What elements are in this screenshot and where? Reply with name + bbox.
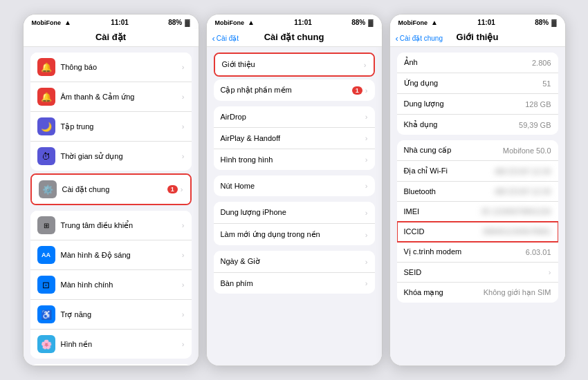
info-row-ungdung: Ứng dụng 51 (397, 73, 558, 94)
status-left-3: MobiFone ▲ (398, 19, 438, 26)
status-right-3: 88% ▓ (535, 19, 556, 26)
badge-caidatchung: 1 (167, 185, 178, 193)
label-khoamang: Khóa mạng (404, 288, 484, 297)
info-row-imei: IMEI 35 12345678901234 (397, 202, 558, 222)
label-thongbao: Thông báo (61, 63, 182, 71)
value-khadung: 59,39 GB (519, 121, 551, 129)
settings-item-amthanh[interactable]: 🔔 Âm thanh & Cảm ứng › (30, 82, 192, 112)
p2-group-capnhat: Cập nhật phần mềm 1 › (214, 79, 375, 101)
icon-caidatchung: ⚙️ (39, 180, 57, 198)
battery-3: 88% (535, 19, 549, 26)
label-dungluong: Dung lượng iPhone (221, 208, 365, 217)
highlighted-gioithieu-wrapper: Giới thiệu › (214, 53, 375, 77)
back-button-3[interactable]: ‹ Cài đặt chung (396, 32, 443, 43)
battery-icon-2: ▓ (368, 19, 373, 26)
settings-item-thongbao[interactable]: 🔔 Thông báo › (30, 53, 192, 82)
settings-item-hinhen[interactable]: 🌸 Hình nền › (30, 330, 192, 359)
icon-hinhen: 🌸 (37, 335, 55, 353)
settings-item-manhinh[interactable]: AA Màn hình & Độ sáng › (30, 240, 192, 270)
icon-tronang: ♿ (37, 305, 55, 323)
value-seid: › (549, 268, 551, 276)
nav-bar-2: ‹ Cài đặt Cài đặt chung (207, 29, 382, 47)
caidatchung-list: Giới thiệu › Cập nhật phần mềm 1 › AirDr… (207, 47, 382, 365)
gioithieu-list: Ảnh 2.806 Ứng dụng 51 Dung lượng 128 GB … (390, 47, 565, 365)
value-anh: 2.806 (532, 59, 551, 67)
p2-item-gioithieu[interactable]: Giới thiệu › (215, 54, 374, 75)
icon-thoigian: ⏱ (37, 147, 55, 165)
p2-group-nuthome: Nút Home › (214, 175, 375, 196)
panel-gioithieu: MobiFone ▲ 11:01 88% ▓ ‹ Cài đặt chung G… (389, 14, 566, 366)
settings-item-thoigian[interactable]: ⏱ Thời gian sử dụng › (30, 142, 192, 171)
label-anh: Ảnh (404, 58, 532, 67)
p2-group-dungluong: Dung lượng iPhone › Làm mới ứng dụng tro… (214, 202, 375, 245)
label-seid: SEID (404, 268, 549, 276)
info-row-anh: Ảnh 2.806 (397, 53, 558, 73)
label-capnhat: Cập nhật phần mềm (221, 86, 352, 95)
info-row-khadung: Khả dụng 59,39 GB (397, 115, 558, 135)
p2-item-airdrop[interactable]: AirDrop › (214, 106, 375, 128)
status-bar-3: MobiFone ▲ 11:01 88% ▓ (390, 15, 565, 29)
p2-item-lammoi[interactable]: Làm mới ứng dụng trong nền › (214, 224, 375, 245)
page-title-1: Cài đặt (29, 32, 193, 42)
status-right-2: 88% ▓ (351, 19, 373, 26)
settings-item-tronang[interactable]: ♿ Trợ năng › (30, 300, 192, 330)
value-bluetooth: AB:CD:EF:12:34 (495, 187, 551, 196)
icon-amthanh: 🔔 (37, 88, 55, 106)
value-diachiwifi: AB:CD:EF:12:34 (495, 167, 551, 175)
p2-item-capnhat[interactable]: Cập nhật phần mềm 1 › (214, 79, 375, 101)
settings-item-siri[interactable]: 🎙 Siri & Tìm kiếm › (30, 364, 192, 365)
label-gioithieu: Giới thiệu (222, 60, 364, 69)
battery-icon-1: ▓ (185, 19, 190, 26)
time-3: 11:01 (477, 19, 495, 26)
value-dungluong: 128 GB (525, 100, 551, 108)
label-banphim: Bàn phím (221, 279, 365, 287)
label-hinhen: Hình nền (61, 340, 182, 349)
label-nuthome: Nút Home (221, 182, 365, 190)
label-airdrop: AirDrop (221, 113, 365, 121)
p2-item-banphim[interactable]: Bàn phím › (214, 273, 375, 294)
carrier-2: MobiFone (215, 19, 245, 26)
info-row-dungluong: Dung lượng 128 GB (397, 94, 558, 115)
label-lammoi: Làm mới ứng dụng trong nền (221, 230, 365, 239)
back-chevron-3: ‹ (396, 32, 398, 43)
info-row-bluetooth: Bluetooth AB:CD:EF:12:34 (397, 182, 558, 202)
p2-item-dungluong[interactable]: Dung lượng iPhone › (214, 202, 375, 224)
p2-item-hinhtronhinh[interactable]: Hình trong hình › (214, 149, 375, 170)
label-trungtam: Trung tâm điều khiển (61, 221, 182, 230)
status-left-1: MobiFone ▲ (32, 19, 71, 26)
status-bar-1: MobiFone ▲ 11:01 88% ▓ (24, 15, 199, 29)
label-dungluong: Dung lượng (404, 99, 526, 108)
label-khadung: Khả dụng (404, 120, 520, 129)
p2-item-ngaygio[interactable]: Ngày & Giờ › (214, 251, 375, 273)
label-caidatchung: Cài đặt chung (62, 185, 167, 194)
label-airplay: AirPlay & Handoff (221, 134, 365, 142)
settings-group-1: 🔔 Thông báo › 🔔 Âm thanh & Cảm ứng › 🌙 T… (30, 53, 192, 171)
p2-item-nuthome[interactable]: Nút Home › (214, 175, 375, 196)
settings-item-caidatchung[interactable]: ⚙️ Cài đặt chung 1 › (32, 175, 190, 204)
value-vichinhmodem: 6.03.01 (526, 248, 551, 256)
label-amthanh: Âm thanh & Cảm ứng (61, 93, 182, 102)
value-imei: 35 12345678901234 (481, 207, 551, 216)
carrier-1: MobiFone (32, 19, 62, 26)
settings-item-manhinhchinh[interactable]: ⊡ Màn hình chính › (30, 270, 192, 300)
settings-item-trungtam[interactable]: ⊞ Trung tâm điều khiển › (30, 211, 192, 240)
back-chevron-2: ‹ (212, 32, 215, 43)
panel-caidatchung: MobiFone ▲ 11:01 88% ▓ ‹ Cài đặt Cài đặt… (206, 14, 383, 366)
panel-settings: MobiFone ▲ 11:01 88% ▓ Cài đặt 🔔 Thông b… (23, 14, 199, 366)
time-2: 11:01 (294, 19, 312, 26)
label-taptrung: Tập trung (61, 122, 182, 131)
label-vichinhmodem: Vị c.trình modem (404, 247, 526, 256)
icon-manhinh: AA (37, 246, 55, 264)
highlighted-caidatchung-wrapper: ⚙️ Cài đặt chung 1 › (30, 173, 192, 205)
icon-taptrung: 🌙 (37, 117, 55, 135)
wifi-icon-2: ▲ (248, 19, 255, 26)
label-thoigian: Thời gian sử dụng (61, 152, 182, 161)
back-button-2[interactable]: ‹ Cài đặt (212, 32, 239, 43)
p2-item-airplay[interactable]: AirPlay & Handoff › (214, 128, 375, 149)
info-row-seid[interactable]: SEID › (397, 263, 558, 283)
value-iccid: 8984012345678901 (484, 227, 551, 236)
label-iccid: ICCID (404, 227, 484, 236)
settings-item-taptrung[interactable]: 🌙 Tập trung › (30, 112, 192, 142)
back-label-3: Cài đặt chung (400, 34, 443, 41)
label-manhinhchinh: Màn hình chính (61, 281, 182, 289)
